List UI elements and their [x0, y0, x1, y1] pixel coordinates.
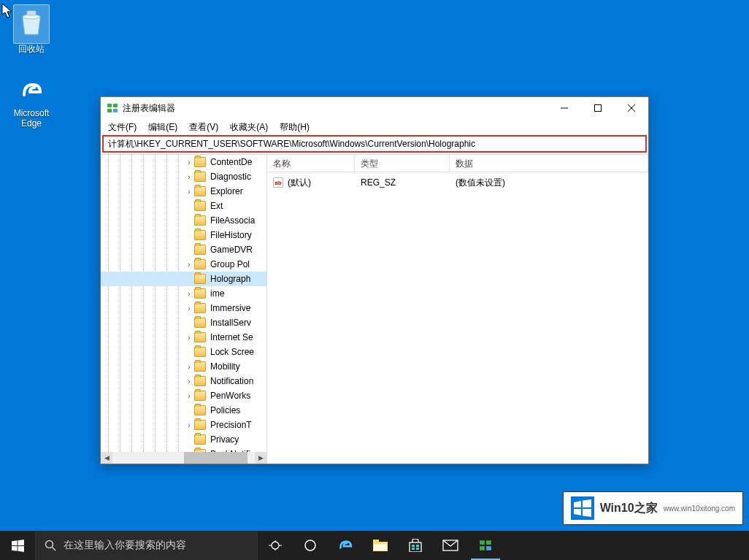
- svg-rect-6: [113, 109, 118, 112]
- tree-item[interactable]: ›ContentDe: [101, 155, 267, 169]
- col-type[interactable]: 类型: [355, 155, 450, 172]
- tree-item[interactable]: ›Group Pol: [101, 257, 267, 272]
- list-row[interactable]: ab(默认)REG_SZ(数值未设置): [267, 175, 648, 190]
- system-tray[interactable]: [745, 531, 749, 560]
- chevron-icon: ›: [184, 275, 194, 283]
- tree-item-label: Group Pol: [209, 259, 251, 269]
- chevron-icon: ›: [184, 319, 194, 327]
- taskbar-edge[interactable]: [328, 531, 363, 560]
- chevron-icon[interactable]: ›: [184, 188, 194, 196]
- taskbar-explorer[interactable]: [363, 531, 398, 560]
- chevron-icon[interactable]: ›: [184, 377, 194, 386]
- titlebar[interactable]: 注册表编辑器: [101, 97, 648, 119]
- folder-icon: [194, 434, 206, 445]
- folder-icon: [194, 318, 206, 328]
- list-pane[interactable]: 名称 类型 数据 ab(默认)REG_SZ(数值未设置): [267, 155, 648, 464]
- chevron-icon: ›: [184, 217, 194, 225]
- chevron-icon[interactable]: ›: [184, 261, 194, 269]
- tree-item[interactable]: ›ime: [101, 286, 267, 301]
- scroll-track[interactable]: [112, 452, 255, 464]
- tree-item[interactable]: ›Internet Se: [101, 330, 267, 345]
- tree-item[interactable]: ›Ext: [101, 199, 267, 213]
- chevron-icon[interactable]: ›: [184, 304, 194, 312]
- folder-icon: [194, 391, 206, 401]
- tree-item[interactable]: ›Lock Scree: [101, 345, 267, 359]
- tree-item-label: ime: [209, 288, 226, 299]
- menu-help[interactable]: 帮助(H): [274, 120, 315, 135]
- search-placeholder: 在这里输入你要搜索的内容: [64, 539, 186, 552]
- svg-rect-5: [107, 109, 112, 112]
- close-button[interactable]: [615, 97, 648, 119]
- menu-file[interactable]: 文件(F): [102, 120, 142, 135]
- svg-rect-3: [107, 104, 112, 107]
- folder-icon: [194, 303, 206, 313]
- desktop-icon-edge[interactable]: Microsoft Edge: [4, 76, 58, 129]
- svg-rect-24: [412, 545, 415, 547]
- tree-item[interactable]: ›Privacy: [101, 432, 267, 447]
- chevron-icon[interactable]: ›: [184, 421, 194, 429]
- tree-item[interactable]: ›PrecisionT: [101, 418, 267, 432]
- menu-edit[interactable]: 编辑(E): [142, 120, 183, 135]
- minimize-button[interactable]: [548, 97, 581, 119]
- svg-rect-30: [486, 540, 491, 545]
- task-view-button[interactable]: [258, 531, 293, 560]
- svg-point-14: [272, 542, 279, 549]
- tree-item[interactable]: ›Holograph: [101, 272, 267, 286]
- taskbar-store[interactable]: [398, 531, 433, 560]
- folder-icon: [194, 201, 206, 211]
- tree-item[interactable]: ›Explorer: [101, 184, 267, 199]
- menubar: 文件(F) 编辑(E) 查看(V) 收藏夹(A) 帮助(H): [101, 119, 648, 135]
- tree-horizontal-scrollbar[interactable]: ◀ ▶: [101, 452, 266, 464]
- chevron-icon[interactable]: ›: [184, 158, 194, 166]
- maximize-button[interactable]: [581, 97, 615, 119]
- col-data[interactable]: 数据: [450, 155, 648, 172]
- svg-rect-23: [410, 542, 421, 552]
- chevron-icon[interactable]: ›: [184, 334, 194, 342]
- address-bar[interactable]: 计算机\HKEY_CURRENT_USER\SOFTWARE\Microsoft…: [102, 135, 647, 153]
- menu-view[interactable]: 查看(V): [183, 120, 224, 135]
- tree-item-label: PrecisionT: [209, 420, 253, 430]
- watermark: Win10之家 www.win10xitong.com: [563, 491, 743, 525]
- taskbar-search[interactable]: 在这里输入你要搜索的内容: [35, 531, 258, 560]
- tree-item-label: Notification: [209, 376, 255, 386]
- scroll-thumb[interactable]: [184, 452, 248, 464]
- tree-item-label: GameDVR: [209, 245, 254, 255]
- svg-rect-32: [486, 546, 491, 551]
- taskbar-cortana[interactable]: [293, 531, 328, 560]
- folder-icon: [194, 332, 206, 342]
- chevron-icon[interactable]: ›: [184, 290, 194, 298]
- watermark-url: www.win10xitong.com: [664, 505, 735, 513]
- edge-taskbar-icon: [337, 537, 353, 553]
- svg-rect-27: [416, 548, 419, 550]
- scroll-left-button[interactable]: ◀: [101, 452, 112, 464]
- tree-item[interactable]: ›FileHistory: [101, 228, 267, 242]
- tree-item-label: Mobility: [209, 361, 242, 372]
- col-name[interactable]: 名称: [267, 155, 355, 172]
- tree-pane[interactable]: ›ContentDe›Diagnostic›Explorer›Ext›FileA…: [101, 155, 267, 464]
- tree-item[interactable]: ›PenWorks: [101, 388, 267, 403]
- scroll-right-button[interactable]: ▶: [255, 452, 266, 464]
- tree-item[interactable]: ›Mobility: [101, 359, 267, 374]
- svg-rect-21: [373, 540, 379, 542]
- store-icon: [408, 539, 423, 552]
- folder-icon: [194, 172, 206, 182]
- address-text: 计算机\HKEY_CURRENT_USER\SOFTWARE\Microsoft…: [108, 138, 475, 150]
- tree-item[interactable]: ›GameDVR: [101, 242, 267, 257]
- tree-item[interactable]: ›Policies: [101, 403, 267, 418]
- start-button[interactable]: [0, 531, 35, 560]
- tree-item[interactable]: ›FileAssocia: [101, 213, 267, 228]
- chevron-icon[interactable]: ›: [184, 392, 194, 400]
- taskbar-mail[interactable]: [433, 531, 468, 560]
- svg-rect-26: [412, 548, 415, 550]
- tree-item[interactable]: ›Immersive: [101, 301, 267, 315]
- tree-item[interactable]: ›Diagnostic: [101, 169, 267, 184]
- chevron-icon[interactable]: ›: [184, 363, 194, 371]
- list-header: 名称 类型 数据: [267, 155, 648, 172]
- tree-item[interactable]: ›InstallServ: [101, 315, 267, 330]
- taskbar-regedit[interactable]: [468, 531, 503, 560]
- menu-favorites[interactable]: 收藏夹(A): [224, 120, 274, 135]
- watermark-title: Win10之家: [600, 501, 658, 516]
- tree-item[interactable]: ›Notification: [101, 374, 267, 388]
- recycle-bin-label: 回收站: [18, 44, 45, 54]
- chevron-icon[interactable]: ›: [184, 173, 194, 181]
